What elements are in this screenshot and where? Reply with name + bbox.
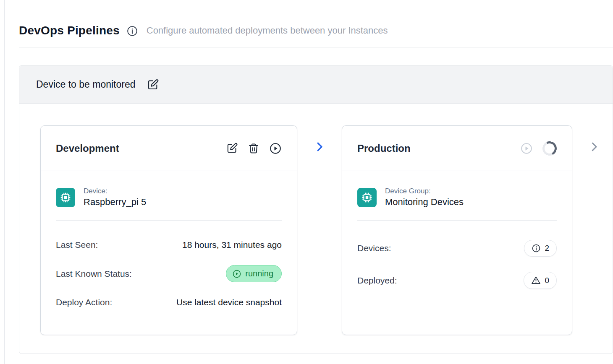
deployed-count: 0 [545,276,549,285]
development-card-body: Device: Raspberry_pi 5 Last Seen: 18 hou… [41,187,297,307]
status-label: Last Known Status: [56,269,132,279]
device-group-label: Device Group: [385,187,464,195]
header-divider [19,47,613,47]
production-card-actions [520,141,557,156]
production-card-title: Production [357,143,411,154]
device-name: Raspberry_pi 5 [84,197,146,208]
page-header: DevOps Pipelines Configure automated dep… [0,0,613,37]
next-stage-chevron-icon [588,140,600,153]
sidebar-divider [4,0,5,364]
devices-label: Devices: [357,243,391,253]
deployed-row: Deployed: 0 [357,272,557,289]
deploy-action-value: Use latest device snapshot [176,297,282,307]
devices-count-pill[interactable]: 2 [524,240,557,257]
loading-spinner-icon [541,139,559,157]
devices-info-icon [532,244,541,253]
last-seen-label: Last Seen: [56,240,98,250]
card-divider [56,220,282,221]
devices-row: Devices: 2 [357,240,557,257]
device-row: Device: Raspberry_pi 5 [56,187,282,208]
deployed-count-pill[interactable]: 0 [524,272,557,289]
device-group-row: Device Group: Monitoring Devices [357,187,557,208]
device-group-name: Monitoring Devices [385,197,464,208]
development-card-title: Development [56,143,119,154]
development-card-actions [226,142,282,155]
deploy-action-label: Deploy Action: [56,297,112,307]
stage-connector-icon [297,140,342,153]
devices-count: 2 [545,244,549,253]
card-divider [357,220,557,221]
panel-title: Device to be monitored [36,79,136,90]
run-pipeline-icon[interactable] [269,142,282,155]
device-label: Device: [84,187,146,195]
deploy-action-row: Deploy Action: Use latest device snapsho… [56,297,282,307]
status-badge: running [226,265,282,282]
status-badge-text: running [245,269,273,278]
development-stage-card: Development [40,125,297,335]
run-pipeline-icon-disabled [520,142,533,155]
panel-header: Device to be monitored [19,66,613,104]
production-card-body: Device Group: Monitoring Devices Devices… [342,187,572,289]
pipeline-panel: Device to be monitored Development [19,65,613,354]
last-seen-row: Last Seen: 18 hours, 31 minutes ago [56,240,282,250]
device-info: Device: Raspberry_pi 5 [84,187,146,208]
device-chip-icon [56,188,75,207]
device-group-chip-icon [357,188,377,207]
status-row: Last Known Status: running [56,265,282,282]
running-play-icon [232,269,241,278]
info-icon[interactable] [127,26,138,36]
page-title: DevOps Pipelines [19,24,120,37]
production-stage-card: Production [342,125,572,335]
stages-row: Development [19,104,613,335]
delete-stage-icon[interactable] [248,143,259,154]
device-group-info: Device Group: Monitoring Devices [385,187,464,208]
deployed-warning-icon [531,276,541,285]
page-subtitle: Configure automated deployments between … [147,25,388,36]
production-card-header: Production [342,126,572,171]
last-seen-value: 18 hours, 31 minutes ago [182,240,282,250]
development-card-header: Development [41,126,297,171]
edit-pipeline-icon[interactable] [147,78,159,91]
deployed-label: Deployed: [357,276,397,286]
edit-stage-icon[interactable] [226,142,238,154]
